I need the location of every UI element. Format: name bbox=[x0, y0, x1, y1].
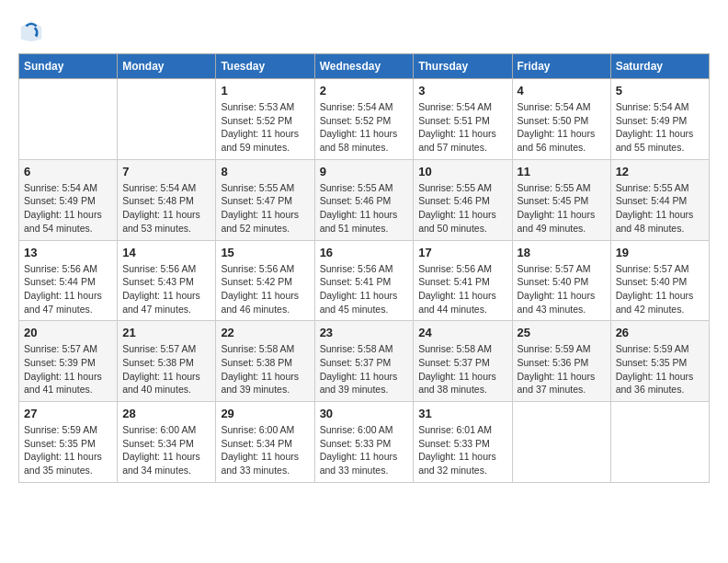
day-number: 15 bbox=[221, 246, 309, 259]
day-number: 4 bbox=[518, 84, 606, 98]
calendar-cell: 17Sunrise: 5:56 AMSunset: 5:41 PMDayligh… bbox=[414, 240, 512, 321]
cell-info: Sunrise: 6:00 AMSunset: 5:34 PMDaylight:… bbox=[122, 423, 210, 477]
day-number: 25 bbox=[518, 326, 606, 339]
calendar-cell: 8Sunrise: 5:55 AMSunset: 5:47 PMDaylight… bbox=[216, 159, 314, 240]
week-row-1: 1Sunrise: 5:53 AMSunset: 5:52 PMDaylight… bbox=[19, 79, 710, 160]
calendar-cell: 13Sunrise: 5:56 AMSunset: 5:44 PMDayligh… bbox=[19, 240, 118, 321]
calendar-cell: 30Sunrise: 6:00 AMSunset: 5:33 PMDayligh… bbox=[314, 402, 414, 483]
cell-info: Sunrise: 5:56 AMSunset: 5:41 PMDaylight:… bbox=[320, 262, 409, 316]
cell-info: Sunrise: 5:57 AMSunset: 5:40 PMDaylight:… bbox=[518, 262, 606, 316]
week-row-5: 27Sunrise: 5:59 AMSunset: 5:35 PMDayligh… bbox=[19, 402, 710, 483]
day-header-saturday: Saturday bbox=[610, 54, 709, 79]
cell-info: Sunrise: 6:00 AMSunset: 5:34 PMDaylight:… bbox=[221, 423, 309, 477]
week-row-4: 20Sunrise: 5:57 AMSunset: 5:39 PMDayligh… bbox=[19, 321, 710, 402]
calendar-cell bbox=[610, 402, 709, 483]
cell-info: Sunrise: 5:55 AMSunset: 5:45 PMDaylight:… bbox=[518, 181, 606, 236]
calendar-cell: 6Sunrise: 5:54 AMSunset: 5:49 PMDaylight… bbox=[19, 159, 118, 240]
cell-info: Sunrise: 5:55 AMSunset: 5:44 PMDaylight:… bbox=[616, 181, 704, 236]
calendar-cell bbox=[118, 79, 216, 160]
day-number: 12 bbox=[616, 165, 704, 178]
day-number: 5 bbox=[616, 84, 704, 98]
cell-info: Sunrise: 5:55 AMSunset: 5:47 PMDaylight:… bbox=[221, 181, 309, 236]
calendar-cell: 4Sunrise: 5:54 AMSunset: 5:50 PMDaylight… bbox=[512, 79, 610, 160]
day-number: 7 bbox=[122, 165, 210, 178]
calendar-cell: 31Sunrise: 6:01 AMSunset: 5:33 PMDayligh… bbox=[414, 402, 512, 483]
day-number: 17 bbox=[418, 246, 506, 259]
cell-info: Sunrise: 5:56 AMSunset: 5:42 PMDaylight:… bbox=[221, 262, 309, 316]
day-header-tuesday: Tuesday bbox=[216, 54, 314, 79]
calendar-cell: 10Sunrise: 5:55 AMSunset: 5:46 PMDayligh… bbox=[414, 159, 512, 240]
day-header-friday: Friday bbox=[512, 54, 610, 79]
calendar-cell: 5Sunrise: 5:54 AMSunset: 5:49 PMDaylight… bbox=[610, 79, 709, 160]
day-number: 24 bbox=[418, 326, 506, 339]
day-number: 16 bbox=[320, 246, 409, 259]
calendar-cell: 26Sunrise: 5:59 AMSunset: 5:35 PMDayligh… bbox=[610, 321, 709, 402]
cell-info: Sunrise: 5:55 AMSunset: 5:46 PMDaylight:… bbox=[320, 181, 409, 236]
calendar-cell: 19Sunrise: 5:57 AMSunset: 5:40 PMDayligh… bbox=[610, 240, 709, 321]
calendar-cell: 7Sunrise: 5:54 AMSunset: 5:48 PMDaylight… bbox=[118, 159, 216, 240]
calendar-cell: 28Sunrise: 6:00 AMSunset: 5:34 PMDayligh… bbox=[118, 402, 216, 483]
cell-info: Sunrise: 5:59 AMSunset: 5:36 PMDaylight:… bbox=[518, 342, 606, 396]
cell-info: Sunrise: 5:54 AMSunset: 5:51 PMDaylight:… bbox=[418, 100, 506, 155]
day-number: 22 bbox=[221, 326, 309, 339]
calendar-cell: 21Sunrise: 5:57 AMSunset: 5:38 PMDayligh… bbox=[118, 321, 216, 402]
day-number: 23 bbox=[320, 326, 409, 339]
day-number: 21 bbox=[122, 326, 210, 339]
cell-info: Sunrise: 5:59 AMSunset: 5:35 PMDaylight:… bbox=[616, 342, 704, 396]
cell-info: Sunrise: 5:53 AMSunset: 5:52 PMDaylight:… bbox=[221, 100, 309, 155]
calendar-cell bbox=[512, 402, 610, 483]
calendar-cell: 20Sunrise: 5:57 AMSunset: 5:39 PMDayligh… bbox=[19, 321, 118, 402]
day-number: 14 bbox=[122, 246, 210, 259]
day-number: 2 bbox=[320, 84, 409, 98]
day-number: 19 bbox=[616, 246, 704, 259]
calendar-cell: 24Sunrise: 5:58 AMSunset: 5:37 PMDayligh… bbox=[414, 321, 512, 402]
day-number: 8 bbox=[221, 165, 309, 178]
logo-icon bbox=[18, 18, 44, 44]
day-number: 29 bbox=[221, 407, 309, 420]
calendar-cell: 22Sunrise: 5:58 AMSunset: 5:38 PMDayligh… bbox=[216, 321, 314, 402]
cell-info: Sunrise: 5:55 AMSunset: 5:46 PMDaylight:… bbox=[418, 181, 506, 236]
cell-info: Sunrise: 5:56 AMSunset: 5:41 PMDaylight:… bbox=[418, 262, 506, 316]
calendar-cell: 12Sunrise: 5:55 AMSunset: 5:44 PMDayligh… bbox=[610, 159, 709, 240]
calendar-cell: 16Sunrise: 5:56 AMSunset: 5:41 PMDayligh… bbox=[314, 240, 414, 321]
day-number: 11 bbox=[518, 165, 606, 178]
cell-info: Sunrise: 5:58 AMSunset: 5:38 PMDaylight:… bbox=[221, 342, 309, 396]
cell-info: Sunrise: 5:59 AMSunset: 5:35 PMDaylight:… bbox=[24, 423, 112, 477]
day-number: 30 bbox=[320, 407, 409, 420]
calendar-table: SundayMondayTuesdayWednesdayThursdayFrid… bbox=[18, 53, 710, 483]
cell-info: Sunrise: 5:54 AMSunset: 5:49 PMDaylight:… bbox=[24, 181, 112, 236]
cell-info: Sunrise: 5:54 AMSunset: 5:52 PMDaylight:… bbox=[320, 100, 409, 155]
logo bbox=[18, 18, 48, 44]
calendar-cell: 18Sunrise: 5:57 AMSunset: 5:40 PMDayligh… bbox=[512, 240, 610, 321]
calendar-cell: 11Sunrise: 5:55 AMSunset: 5:45 PMDayligh… bbox=[512, 159, 610, 240]
day-header-wednesday: Wednesday bbox=[314, 54, 414, 79]
cell-info: Sunrise: 5:58 AMSunset: 5:37 PMDaylight:… bbox=[418, 342, 506, 396]
cell-info: Sunrise: 5:57 AMSunset: 5:38 PMDaylight:… bbox=[122, 342, 210, 396]
day-number: 3 bbox=[418, 84, 506, 98]
calendar-cell: 9Sunrise: 5:55 AMSunset: 5:46 PMDaylight… bbox=[314, 159, 414, 240]
calendar-cell: 2Sunrise: 5:54 AMSunset: 5:52 PMDaylight… bbox=[314, 79, 414, 160]
day-number: 26 bbox=[616, 326, 704, 339]
cell-info: Sunrise: 5:54 AMSunset: 5:50 PMDaylight:… bbox=[518, 100, 606, 155]
calendar-cell: 23Sunrise: 5:58 AMSunset: 5:37 PMDayligh… bbox=[314, 321, 414, 402]
day-number: 9 bbox=[320, 165, 409, 178]
cell-info: Sunrise: 5:54 AMSunset: 5:49 PMDaylight:… bbox=[616, 100, 704, 155]
day-number: 31 bbox=[418, 407, 506, 420]
page-header bbox=[18, 18, 710, 44]
week-row-3: 13Sunrise: 5:56 AMSunset: 5:44 PMDayligh… bbox=[19, 240, 710, 321]
day-number: 13 bbox=[24, 246, 112, 259]
calendar-cell: 29Sunrise: 6:00 AMSunset: 5:34 PMDayligh… bbox=[216, 402, 314, 483]
calendar-cell bbox=[19, 79, 118, 160]
day-header-sunday: Sunday bbox=[19, 54, 118, 79]
calendar-cell: 25Sunrise: 5:59 AMSunset: 5:36 PMDayligh… bbox=[512, 321, 610, 402]
cell-info: Sunrise: 6:00 AMSunset: 5:33 PMDaylight:… bbox=[320, 423, 409, 477]
cell-info: Sunrise: 5:54 AMSunset: 5:48 PMDaylight:… bbox=[122, 181, 210, 236]
day-number: 27 bbox=[24, 407, 112, 420]
header-row: SundayMondayTuesdayWednesdayThursdayFrid… bbox=[19, 54, 710, 79]
calendar-cell: 14Sunrise: 5:56 AMSunset: 5:43 PMDayligh… bbox=[118, 240, 216, 321]
cell-info: Sunrise: 5:57 AMSunset: 5:39 PMDaylight:… bbox=[24, 342, 112, 396]
day-number: 10 bbox=[418, 165, 506, 178]
cell-info: Sunrise: 5:56 AMSunset: 5:44 PMDaylight:… bbox=[24, 262, 112, 316]
cell-info: Sunrise: 5:56 AMSunset: 5:43 PMDaylight:… bbox=[122, 262, 210, 316]
day-number: 20 bbox=[24, 326, 112, 339]
